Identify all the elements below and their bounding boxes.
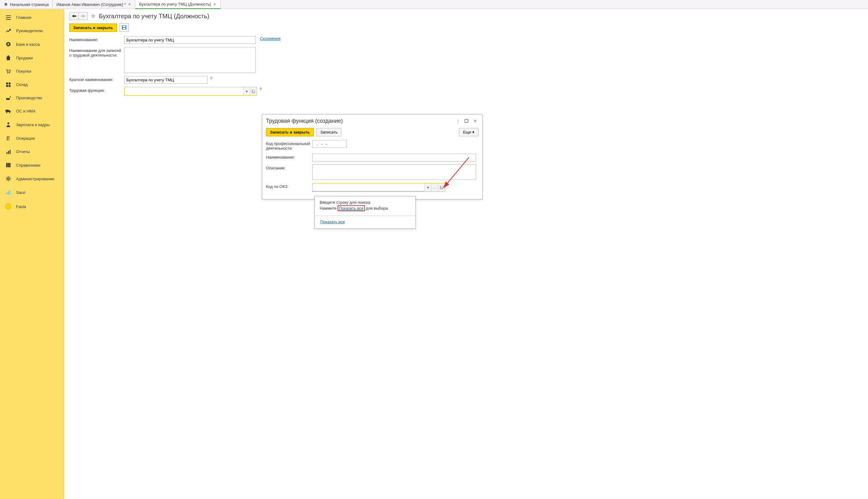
home-icon xyxy=(4,2,8,7)
svg-rect-19 xyxy=(8,191,9,194)
label-modal-desc: Описание: xyxy=(266,165,312,170)
back-button[interactable] xyxy=(69,12,78,20)
sidebar-item-reports[interactable]: Отчеты xyxy=(0,145,64,158)
svg-point-2 xyxy=(8,72,8,73)
tab-position[interactable]: Бухгалтера по учету ТМЦ (Должность) × xyxy=(135,0,220,9)
svg-point-8 xyxy=(6,112,8,113)
favorite-icon[interactable]: ★ xyxy=(90,12,96,20)
ruble-icon: ₽ xyxy=(5,42,11,47)
sidebar-item-label: Главное xyxy=(16,15,32,20)
prof-code-input[interactable] xyxy=(312,140,347,148)
sidebar-item-bank[interactable]: ₽ Банк и касса xyxy=(0,37,64,51)
chart-icon xyxy=(5,150,11,154)
close-icon[interactable]: ✕ xyxy=(472,118,478,124)
sidebar: Главное Руководителю ₽ Банк и касса Прод… xyxy=(0,9,64,499)
sidebar-item-label: Sauri xyxy=(16,190,25,195)
sidebar-item-label: ОС и НМА xyxy=(16,109,36,113)
more-icon[interactable]: ⋮ xyxy=(454,118,461,124)
save-close-button[interactable]: Записать и закрыть xyxy=(69,24,117,32)
gear-icon xyxy=(5,176,11,181)
save-button[interactable] xyxy=(119,23,129,32)
person-icon xyxy=(5,122,11,127)
sidebar-item-admin[interactable]: Администрирование xyxy=(0,172,64,185)
menu-icon xyxy=(5,15,11,20)
labor-function-modal: Трудовая функция (создание) ⋮ ✕ Записать… xyxy=(262,114,482,199)
sidebar-item-purchases[interactable]: Покупки xyxy=(0,65,64,78)
labor-func-input[interactable] xyxy=(125,87,243,95)
name-input[interactable] xyxy=(124,36,256,44)
svg-rect-5 xyxy=(9,83,11,84)
svg-rect-12 xyxy=(8,151,9,154)
sidebar-item-salary[interactable]: Зарплата и кадры xyxy=(0,118,64,131)
trend-icon xyxy=(5,29,11,33)
declensions-link[interactable]: Склонения xyxy=(260,36,280,41)
label-short-name: Краткое наименование: xyxy=(69,76,124,82)
sidebar-item-manager[interactable]: Руководителю xyxy=(0,24,64,37)
show-all-link[interactable]: Показать все xyxy=(320,219,345,224)
sidebar-item-label: Отчеты xyxy=(16,149,30,154)
open-icon[interactable] xyxy=(438,183,445,191)
label-name-ezd: Наименование для записей о трудовой деят… xyxy=(69,47,124,58)
short-name-input[interactable] xyxy=(124,76,207,84)
name-ezd-input[interactable] xyxy=(124,47,256,73)
svg-point-17 xyxy=(8,178,9,180)
modal-title: Трудовая функция (создание) xyxy=(266,118,453,124)
maximize-icon[interactable] xyxy=(463,118,470,124)
label-labor-func: Трудовая функция: xyxy=(69,87,124,93)
modal-save-button[interactable]: Записать xyxy=(316,128,342,136)
svg-rect-6 xyxy=(6,85,8,87)
labor-func-field: ▾ xyxy=(124,87,257,96)
sidebar-item-operations[interactable]: ДтКт Операции xyxy=(0,131,64,145)
tab-home[interactable]: Начальная страница xyxy=(0,0,53,9)
books-icon xyxy=(5,163,11,168)
popup-hint-1: Введите строку для поиска xyxy=(320,200,411,205)
modal-save-close-button[interactable]: Записать и закрыть xyxy=(266,128,314,136)
sidebar-item-sauri[interactable]: Sauri xyxy=(0,185,64,199)
svg-rect-14 xyxy=(6,163,8,167)
sidebar-item-label: Продажи xyxy=(16,56,33,60)
sidebar-item-production[interactable]: Производство xyxy=(0,91,64,105)
help-icon[interactable]: ? xyxy=(210,76,212,81)
content-area: ★ Бухгалтера по учету ТМЦ (Должность) За… xyxy=(64,9,868,499)
okz-dropdown-popup: Введите строку для поиска Нажмите Показа… xyxy=(314,196,416,229)
modal-more-button[interactable]: Еще ▾ xyxy=(459,128,478,136)
close-icon[interactable]: × xyxy=(128,2,131,7)
sidebar-item-label: Производство xyxy=(16,96,42,100)
dropdown-icon[interactable]: ▾ xyxy=(243,87,250,95)
svg-rect-22 xyxy=(123,26,125,27)
sauri-icon xyxy=(5,190,11,195)
show-all-inline-link[interactable]: Показать все xyxy=(338,205,365,211)
sidebar-item-fasta[interactable]: Fasta xyxy=(0,199,64,214)
factory-icon xyxy=(5,96,11,100)
open-icon[interactable] xyxy=(250,87,257,95)
okz-field: ▾ … xyxy=(312,183,445,192)
tab-employee[interactable]: Иванов Аван Иванович (Сотрудник) * × xyxy=(53,0,136,9)
sidebar-item-sales[interactable]: Продажи xyxy=(0,51,64,65)
sidebar-item-assets[interactable]: ОС и НМА xyxy=(0,105,64,118)
close-icon[interactable]: × xyxy=(213,2,216,7)
sidebar-item-warehouse[interactable]: Склад xyxy=(0,78,64,91)
okz-input[interactable] xyxy=(313,183,425,191)
select-icon[interactable]: … xyxy=(431,183,438,191)
dropdown-icon[interactable]: ▾ xyxy=(425,183,431,191)
sidebar-item-label: Администрирование xyxy=(16,177,54,181)
label-name: Наименование: xyxy=(69,36,124,42)
tab-bar: Начальная страница Иванов Аван Иванович … xyxy=(0,0,868,9)
help-icon[interactable]: ? xyxy=(260,87,262,92)
modal-desc-input[interactable] xyxy=(312,165,476,180)
sidebar-item-label: Зарплата и кадры xyxy=(16,122,50,127)
sidebar-item-label: Покупки xyxy=(16,69,31,74)
sidebar-item-main[interactable]: Главное xyxy=(0,11,64,24)
truck-icon xyxy=(5,109,11,113)
svg-rect-4 xyxy=(6,83,8,84)
svg-rect-26 xyxy=(465,119,468,122)
svg-rect-18 xyxy=(6,193,7,194)
sidebar-item-catalogs[interactable]: Справочники xyxy=(0,158,64,172)
boxes-icon xyxy=(5,83,11,87)
modal-name-input[interactable] xyxy=(312,154,476,161)
sidebar-item-label: Склад xyxy=(16,82,28,87)
svg-point-10 xyxy=(8,122,9,124)
bag-icon xyxy=(5,55,11,60)
forward-button[interactable] xyxy=(78,12,88,20)
cart-icon xyxy=(5,69,11,74)
